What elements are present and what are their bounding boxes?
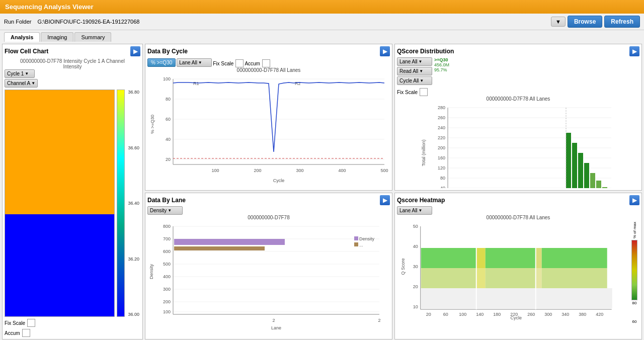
- data-by-lane-title: Data By Lane: [147, 197, 186, 204]
- flow-cell-subtitle: 000000000-D7F78 Intensity Cycle 1 A Chan…: [5, 58, 140, 64]
- svg-text:Q Score: Q Score: [400, 258, 406, 275]
- svg-text:260: 260: [438, 115, 445, 120]
- scale-val-2: 36.40: [128, 201, 139, 206]
- svg-text:200: 200: [254, 168, 261, 173]
- svg-text:20: 20: [413, 284, 418, 289]
- qscore-read-dropdown[interactable]: Read All ▼: [397, 67, 432, 75]
- scale-labels: 36.80 36.60 36.40 36.20 36.00: [127, 90, 140, 317]
- flow-cell-scale-bar: [117, 90, 125, 317]
- svg-text:Density: Density: [359, 236, 375, 241]
- data-by-lane-panel: Data By Lane ▶ Density ▼ 000000000-D7F78: [145, 193, 392, 339]
- svg-text:420: 420: [596, 312, 603, 317]
- data-by-lane-header: Data By Lane ▶: [147, 195, 390, 205]
- svg-text:260: 260: [527, 312, 535, 317]
- flow-cell-viz: 36.80 36.60 36.40 36.20 36.00: [5, 90, 140, 317]
- fix-scale-checkbox[interactable]: [27, 319, 35, 327]
- qscore-lane-dropdown[interactable]: Lane All ▼: [397, 57, 432, 66]
- svg-rect-132: [486, 248, 536, 268]
- svg-rect-105: [174, 246, 265, 250]
- dropdown-arrow-btn[interactable]: ▼: [551, 17, 566, 27]
- qscore-fix-checkbox[interactable]: [420, 88, 428, 96]
- svg-text:300: 300: [544, 312, 552, 317]
- svg-rect-140: [421, 288, 612, 308]
- data-by-lane-density-dropdown[interactable]: Density ▼: [147, 206, 183, 215]
- qscore-heatmap-lane-dropdown[interactable]: Lane All ▼: [397, 206, 432, 215]
- svg-text:30: 30: [413, 264, 418, 269]
- data-by-cycle-svg: 100 80 60 40 20 100 200 300 400 500 Cycl…: [147, 74, 390, 188]
- qscore-heatmap-controls: Lane All ▼: [397, 206, 639, 215]
- main-content: Flow Cell Chart ▶ 000000000-D7F78 Intens…: [0, 42, 644, 340]
- svg-text:700: 700: [163, 236, 171, 241]
- tab-summary[interactable]: Summary: [74, 32, 111, 42]
- accum-label: Accum: [5, 330, 20, 336]
- svg-text:60: 60: [166, 117, 171, 122]
- svg-text:40: 40: [440, 186, 445, 188]
- svg-text:2: 2: [272, 318, 275, 323]
- qscore-heatmap-expand-btn[interactable]: ▶: [629, 195, 639, 205]
- qscore-dist-expand-btn[interactable]: ▶: [629, 46, 639, 56]
- data-by-cycle-chart-title: 000000000-D7F78 All Lanes: [147, 67, 390, 73]
- svg-text:100: 100: [459, 312, 466, 317]
- flow-cell-expand-btn[interactable]: ▶: [130, 46, 140, 56]
- svg-text:100: 100: [211, 168, 219, 173]
- qscore-heatmap-title: Qscore Heatmap: [397, 197, 445, 204]
- app-title: Sequencing Analysis Viewer: [5, 3, 94, 11]
- right-panels: Data By Cycle ▶ % >=Q30 Lane All ▼ Fix S…: [145, 44, 642, 339]
- flow-cell-panel: Flow Cell Chart ▶ 000000000-D7F78 Intens…: [2, 44, 143, 339]
- svg-text:140: 140: [476, 312, 484, 317]
- qscore-heatmap-svg: 50 40 30 20 10 Q Score Cycle 20 60 100 1…: [397, 221, 620, 322]
- data-by-cycle-filter-btn[interactable]: % >=Q30: [147, 58, 176, 67]
- dbc-accum-checkbox[interactable]: [262, 59, 270, 67]
- data-by-cycle-title: Data By Cycle: [147, 48, 188, 55]
- qscore-dist-svg: 280 260 240 220 200 160 120 80 40 10 20 …: [397, 103, 639, 188]
- svg-text:20: 20: [426, 312, 431, 317]
- qscore-fix-scale: Fix Scale: [397, 88, 432, 96]
- svg-text:10: 10: [413, 304, 418, 309]
- refresh-button[interactable]: Refresh: [604, 16, 640, 28]
- cycle-row: Cycle 1 ▼: [5, 69, 140, 78]
- svg-rect-131: [476, 248, 486, 268]
- qscore-dist-chart-title: 000000000-D7F78 All Lanes: [397, 96, 639, 102]
- qscore-cycle-dropdown[interactable]: Cycle All ▼: [397, 76, 432, 85]
- data-by-lane-chart-area: 000000000-D7F78 800 700: [147, 215, 390, 337]
- dbc-fix-checkbox[interactable]: [235, 59, 244, 67]
- svg-text:200: 200: [163, 299, 171, 304]
- data-by-cycle-expand-btn[interactable]: ▶: [380, 46, 390, 56]
- svg-text:% >=Q30: % >=Q30: [150, 115, 155, 134]
- tab-analysis[interactable]: Analysis: [4, 32, 40, 42]
- svg-rect-74: [566, 133, 571, 188]
- fix-scale-label: Fix Scale: [5, 320, 25, 326]
- browse-button[interactable]: Browse: [568, 16, 602, 28]
- dbc-accum: Accum: [245, 59, 270, 67]
- tab-imaging[interactable]: Imaging: [41, 32, 73, 42]
- svg-rect-138: [536, 268, 542, 288]
- pct-max-label: % of max: [632, 222, 637, 238]
- qscore-heatmap-chart-title: 000000000-D7F78 All Lanes: [397, 215, 639, 220]
- flow-cell-bar: [5, 90, 115, 317]
- svg-text:2: 2: [378, 318, 380, 323]
- svg-rect-135: [421, 268, 476, 288]
- cycle-dropdown-arrow: ▼: [25, 71, 29, 76]
- svg-rect-80: [602, 187, 607, 188]
- data-by-cycle-lane-dropdown[interactable]: Lane All ▼: [177, 58, 212, 67]
- svg-rect-136: [476, 268, 486, 288]
- qscore-dist-header: QScore Distribution ▶: [397, 46, 639, 56]
- top-bar-buttons: ▼ Browse Refresh: [551, 16, 640, 28]
- svg-text:100: 100: [163, 309, 171, 314]
- channel-dropdown[interactable]: Channel A ▼: [5, 79, 38, 88]
- svg-text:80: 80: [440, 176, 445, 181]
- svg-rect-104: [174, 239, 285, 245]
- svg-rect-78: [590, 173, 595, 188]
- qscore-dist-title: QScore Distribution: [397, 48, 454, 55]
- svg-text:400: 400: [338, 168, 346, 173]
- svg-rect-79: [596, 181, 601, 188]
- heatmap-color-legend: % of max 80 60 40 20: [631, 222, 637, 337]
- svg-text:120: 120: [438, 165, 445, 171]
- cycle-dropdown[interactable]: Cycle 1 ▼: [5, 69, 35, 78]
- svg-text:100: 100: [163, 76, 171, 81]
- svg-text:Density: Density: [149, 264, 154, 279]
- svg-rect-134: [542, 248, 607, 268]
- data-by-lane-expand-btn[interactable]: ▶: [380, 195, 390, 205]
- accum-checkbox[interactable]: [22, 329, 30, 337]
- accum-row: Accum: [5, 329, 140, 337]
